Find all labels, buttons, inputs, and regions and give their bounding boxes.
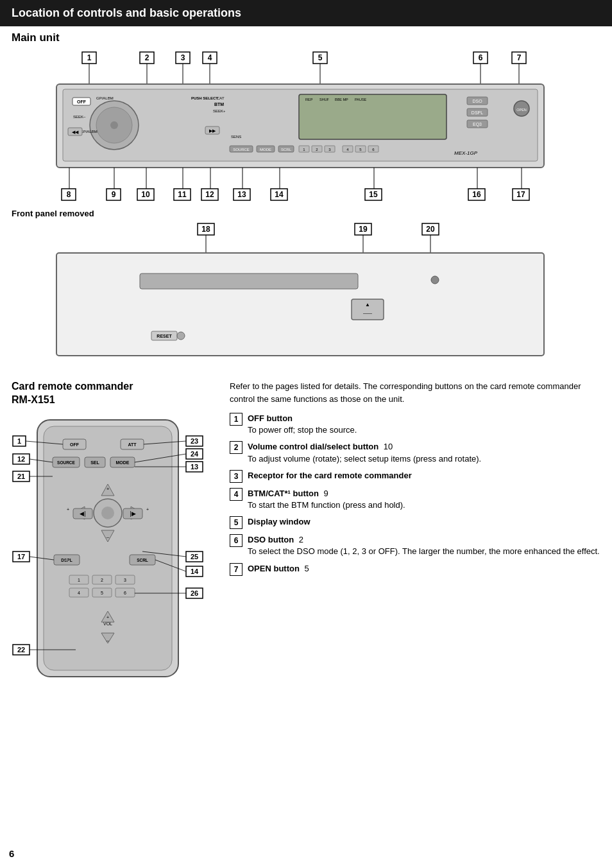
page-number: 6: [9, 848, 14, 859]
svg-text:EQ3: EQ3: [473, 122, 482, 127]
svg-text:20: 20: [426, 225, 435, 234]
svg-text:14: 14: [275, 190, 284, 199]
desc-num-4: 4: [230, 488, 242, 501]
svg-point-137: [101, 507, 114, 519]
desc-num-3: 3: [230, 470, 242, 483]
svg-text:–: –: [106, 638, 109, 643]
svg-text:7: 7: [517, 53, 522, 62]
svg-text:SOURCE: SOURCE: [57, 460, 75, 465]
svg-text:SENS: SENS: [231, 135, 241, 139]
front-panel-diagram: 18 19 20 ▲ ——: [12, 222, 600, 370]
desc-item-2: 2 Volume control dial/select button 10 T…: [230, 441, 600, 464]
svg-text:OFF: OFF: [77, 100, 87, 104]
header-title: Location of controls and basic operation…: [12, 6, 241, 19]
svg-point-116: [431, 276, 439, 284]
svg-text:MODE: MODE: [260, 148, 271, 152]
svg-text:18: 18: [201, 225, 210, 234]
desc-item-7: 7 OPEN button 5: [230, 563, 600, 576]
svg-text:26: 26: [191, 589, 198, 597]
svg-text:+: +: [106, 486, 110, 492]
svg-text:MODE: MODE: [116, 460, 130, 465]
svg-text:BBE MP: BBE MP: [335, 98, 348, 101]
svg-text:◀◀: ◀◀: [72, 130, 79, 134]
svg-text:12: 12: [205, 190, 214, 199]
svg-text:+: +: [67, 507, 69, 512]
svg-text:PAUSE: PAUSE: [355, 98, 367, 101]
desc-title-6: DSO button: [248, 535, 294, 544]
desc-num-6: 6: [230, 534, 242, 547]
desc-title-7: OPEN button: [248, 564, 300, 573]
desc-detail-2: To adjust volume (rotate); select setup …: [248, 454, 481, 464]
desc-title-4: BTM/CAT*¹ button: [248, 489, 319, 498]
svg-text:4: 4: [208, 53, 212, 62]
svg-text:25: 25: [191, 553, 198, 560]
desc-detail-4: To start the BTM function (press and hol…: [248, 500, 405, 510]
main-unit-title: Main unit: [12, 31, 600, 44]
svg-text:|▶: |▶: [130, 510, 135, 517]
desc-item-6: 6 DSO button 2 To select the DSO mode (1…: [230, 534, 600, 557]
svg-text:17: 17: [17, 553, 25, 560]
svg-text:——: ——: [363, 311, 372, 315]
main-unit-diagram: 1 2 3 4 5 6: [12, 51, 600, 205]
desc-item-4: 4 BTM/CAT*¹ button 9 To start the BTM fu…: [230, 488, 600, 511]
svg-text:15: 15: [369, 190, 378, 199]
svg-text:–: –: [106, 534, 110, 540]
svg-rect-111: [56, 253, 544, 356]
svg-point-148: [65, 559, 68, 561]
svg-text:1: 1: [78, 578, 80, 582]
desc-detail-6: To select the DSO mode (1, 2, 3 or OFF).…: [248, 546, 600, 556]
svg-point-25: [110, 121, 118, 129]
svg-text:13: 13: [237, 190, 246, 199]
desc-intro: Refer to the pages listed for details. T…: [230, 380, 600, 405]
svg-text:GP/ALBM: GP/ALBM: [80, 130, 98, 134]
svg-text:DSPL: DSPL: [472, 110, 483, 115]
svg-text:CAT: CAT: [217, 96, 225, 100]
desc-title-5: Display window: [248, 517, 310, 526]
svg-text:▶▶: ▶▶: [209, 128, 216, 133]
svg-text:6: 6: [479, 53, 483, 62]
main-unit-section: Main unit 1 2 3 4: [12, 31, 600, 370]
svg-text:23: 23: [191, 437, 198, 445]
desc-num-2: 2: [230, 441, 242, 454]
svg-text:19: 19: [359, 225, 368, 234]
svg-text:6: 6: [124, 591, 126, 595]
svg-text:4: 4: [78, 591, 80, 595]
desc-text-5: Display window: [248, 516, 310, 528]
desc-text-7: OPEN button 5: [248, 563, 309, 575]
svg-point-119: [177, 332, 185, 340]
svg-text:SCRL: SCRL: [137, 558, 148, 562]
svg-text:SCRL: SCRL: [281, 148, 292, 152]
desc-item-1: 1 OFF button To power off; stop the sour…: [230, 413, 600, 436]
svg-text:◀|: ◀|: [80, 510, 85, 517]
svg-text:13: 13: [191, 463, 198, 471]
desc-item-3: 3 Receptor for the card remote commander: [230, 470, 600, 483]
descriptions-section: Refer to the pages listed for details. T…: [230, 380, 600, 691]
svg-rect-112: [140, 273, 358, 289]
desc-item-5: 5 Display window: [230, 516, 600, 529]
svg-text:10: 10: [141, 190, 150, 199]
desc-page-2: 10: [384, 442, 393, 451]
front-panel-label: Front panel removed: [12, 209, 600, 218]
svg-text:11: 11: [178, 190, 187, 199]
remote-commander-section: Card remote commander RM-X151 OFF ATT SO…: [12, 380, 217, 691]
main-unit-svg: 1 2 3 4 5 6: [12, 51, 563, 205]
desc-title-2: Volume control dial/select button: [248, 442, 378, 451]
svg-text:OFF: OFF: [70, 442, 80, 447]
desc-num-5: 5: [230, 516, 242, 529]
desc-page-7: 5: [305, 564, 309, 573]
remote-svg: OFF ATT SOURCE SEL MODE: [12, 413, 204, 690]
svg-text:12: 12: [17, 455, 25, 463]
svg-text:24: 24: [191, 450, 199, 458]
desc-text-6: DSO button 2 To select the DSO mode (1, …: [248, 534, 600, 557]
svg-text:SEEK+: SEEK+: [213, 109, 226, 113]
svg-text:DSO: DSO: [472, 99, 482, 103]
svg-text:9: 9: [112, 190, 116, 199]
remote-diagram-container: OFF ATT SOURCE SEL MODE: [12, 413, 217, 691]
svg-text:2: 2: [145, 53, 149, 62]
svg-text:+: +: [106, 615, 109, 620]
svg-text:OPEN: OPEN: [516, 108, 527, 112]
svg-text:▲: ▲: [365, 302, 370, 308]
svg-text:SEEK–: SEEK–: [73, 115, 86, 119]
svg-text:5: 5: [101, 591, 103, 595]
svg-text:MEX-1GP: MEX-1GP: [454, 150, 478, 156]
